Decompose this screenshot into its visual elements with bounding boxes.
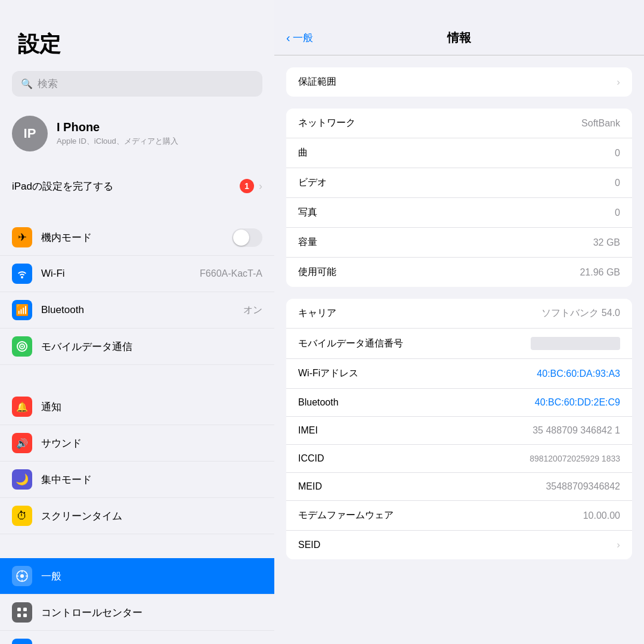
back-chevron-icon: ‹ (286, 31, 290, 45)
svg-rect-10 (23, 608, 27, 611)
notification-icon: 🔔 (12, 397, 32, 417)
display-row[interactable]: AA 画面表示と明るさ (0, 631, 274, 644)
focus-label: 集中モード (41, 473, 262, 487)
mobile-data-icon (12, 336, 32, 357)
network-value: SoftBank (581, 118, 620, 129)
notification-label: 通知 (41, 400, 262, 414)
iccid-label: ICCID (298, 453, 324, 464)
general-icon (12, 566, 32, 586)
search-icon: 🔍 (21, 78, 33, 89)
carrier-label: キャリア (298, 307, 336, 320)
connectivity-group: ✈ 機内モード Wi-Fi F660A-KacT-A 📶 Bluetooth オ… (0, 219, 274, 365)
bt-address-value: 40:BC:60:DD:2E:C9 (535, 397, 620, 408)
setup-row[interactable]: iPadの設定を完了する 1 › (0, 171, 274, 202)
focus-icon: 🌙 (12, 469, 32, 490)
back-label: 一般 (293, 31, 313, 45)
songs-value: 0 (615, 148, 620, 159)
general-row[interactable]: 一般 (0, 558, 274, 595)
bluetooth-icon: 📶 (12, 300, 32, 320)
capacity-label: 容量 (298, 236, 317, 249)
mobile-data-label: モバイルデータ通信 (41, 340, 262, 354)
video-value: 0 (615, 178, 620, 188)
notification-row[interactable]: 🔔 通知 (0, 389, 274, 425)
nav-title: 情報 (447, 30, 471, 46)
profile-subtitle: Apple ID、iCloud、メディアと購入 (57, 136, 178, 147)
photos-row: 写真 0 (286, 198, 632, 228)
airplane-toggle[interactable] (232, 228, 262, 247)
meid-row: MEID 35488709346842 (286, 473, 632, 501)
photos-value: 0 (615, 208, 620, 218)
imei-label: IMEI (298, 425, 318, 436)
search-bar[interactable]: 🔍 検索 (12, 71, 262, 97)
control-center-row[interactable]: コントロールセンター (0, 595, 274, 631)
warranty-chevron: › (617, 76, 620, 88)
songs-row: 曲 0 (286, 138, 632, 168)
profile-info: I Phone Apple ID、iCloud、メディアと購入 (57, 120, 178, 147)
modem-value: 10.00.00 (583, 510, 620, 521)
svg-rect-12 (23, 614, 27, 617)
wifi-value: F660A-KacT-A (200, 268, 262, 279)
imei-row: IMEI 35 488709 346842 1 (286, 417, 632, 445)
nav-back-button[interactable]: ‹ 一般 (286, 31, 313, 45)
setup-label: iPadの設定を完了する (12, 179, 113, 193)
bt-address-row: Bluetooth 40:BC:60:DD:2E:C9 (286, 389, 632, 417)
capacity-value: 32 GB (593, 237, 620, 248)
bluetooth-label: Bluetooth (41, 304, 234, 316)
available-label: 使用可能 (298, 266, 336, 278)
display-label: 画面表示と明るさ (41, 642, 262, 645)
control-center-icon (12, 602, 32, 623)
bt-address-label: Bluetooth (298, 397, 339, 408)
bluetooth-row[interactable]: 📶 Bluetooth オン (0, 292, 274, 329)
network-info-group: ネットワーク SoftBank 曲 0 ビデオ 0 写真 0 容量 32 GB … (286, 109, 632, 287)
display-icon: AA (12, 639, 32, 644)
setup-chevron: › (259, 180, 262, 193)
svg-point-4 (20, 574, 24, 578)
wifi-label: Wi-Fi (41, 268, 191, 280)
network-row: ネットワーク SoftBank (286, 109, 632, 138)
nav-bar: ‹ 一般 情報 (274, 0, 644, 55)
notifications-group: 🔔 通知 🔊 サウンド 🌙 集中モード ⏱ スクリーンタイム (0, 389, 274, 534)
screentime-row[interactable]: ⏱ スクリーンタイム (0, 498, 274, 534)
setup-right: 1 › (240, 179, 262, 193)
video-row: ビデオ 0 (286, 168, 632, 198)
general-group: 一般 コントロールセンター AA 画面表示と明るさ (0, 558, 274, 644)
video-label: ビデオ (298, 177, 327, 189)
seid-row[interactable]: SEID › (286, 531, 632, 559)
svg-rect-11 (17, 614, 21, 617)
airplane-row[interactable]: ✈ 機内モード (0, 219, 274, 256)
screentime-icon: ⏱ (12, 506, 32, 526)
warranty-row[interactable]: 保証範囲 › (286, 67, 632, 97)
modem-row: モデムファームウェア 10.00.00 (286, 501, 632, 531)
toggle-knob (233, 230, 249, 246)
control-center-label: コントロールセンター (41, 606, 262, 620)
sound-row[interactable]: 🔊 サウンド (0, 425, 274, 462)
seid-right: › (612, 539, 620, 551)
main-panel: ‹ 一般 情報 保証範囲 › ネットワーク SoftBank 曲 0 (274, 0, 644, 644)
content-scroll[interactable]: 保証範囲 › ネットワーク SoftBank 曲 0 ビデオ 0 写真 (274, 55, 644, 644)
available-row: 使用可能 21.96 GB (286, 258, 632, 287)
available-value: 21.96 GB (580, 267, 620, 278)
mobile-number-row: モバイルデータ通信番号 (286, 329, 632, 359)
wifi-address-row: Wi-Fiアドレス 40:BC:60:DA:93:A3 (286, 359, 632, 389)
imei-value: 35 488709 346842 1 (532, 425, 620, 436)
wifi-icon (12, 264, 32, 284)
focus-row[interactable]: 🌙 集中モード (0, 462, 274, 498)
wifi-address-label: Wi-Fiアドレス (298, 367, 358, 380)
carrier-row: キャリア ソフトバンク 54.0 (286, 299, 632, 329)
carrier-value: ソフトバンク 54.0 (541, 307, 620, 320)
meid-label: MEID (298, 481, 322, 492)
capacity-row: 容量 32 GB (286, 228, 632, 258)
mobile-data-row[interactable]: モバイルデータ通信 (0, 329, 274, 365)
screentime-label: スクリーンタイム (41, 509, 262, 523)
svg-point-2 (21, 346, 23, 348)
photos-label: 写真 (298, 206, 317, 219)
airplane-icon: ✈ (12, 227, 32, 247)
svg-rect-9 (17, 608, 21, 611)
mobile-number-value (531, 337, 620, 350)
wifi-row[interactable]: Wi-Fi F660A-KacT-A (0, 256, 274, 292)
profile-name: I Phone (57, 120, 178, 134)
airplane-label: 機内モード (41, 231, 223, 244)
profile-row[interactable]: IP I Phone Apple ID、iCloud、メディアと購入 (0, 109, 274, 159)
iccid-value: 898120072025929 1833 (530, 454, 620, 463)
sidebar: 設定 🔍 検索 IP I Phone Apple ID、iCloud、メディアと… (0, 0, 274, 644)
